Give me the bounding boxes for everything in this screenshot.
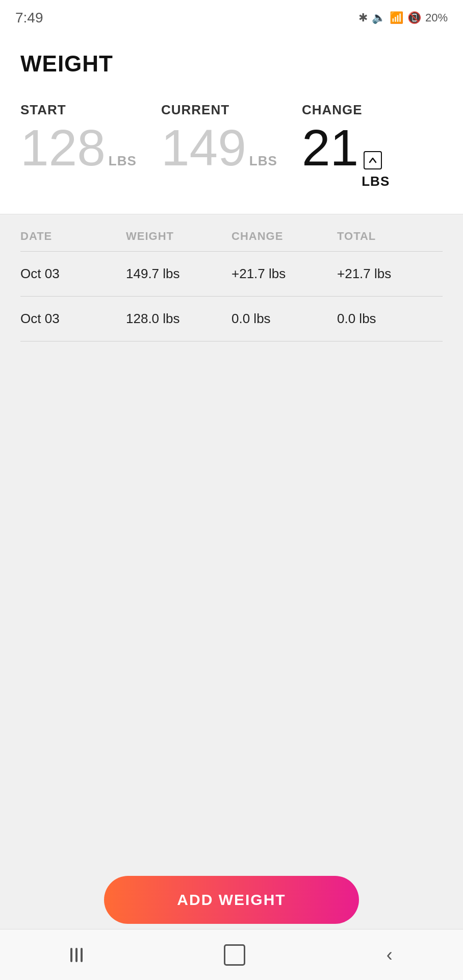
wifi-icon: 📶 xyxy=(390,11,403,24)
summary-start: START 128 LBS xyxy=(20,102,161,173)
header-date: DATE xyxy=(20,230,126,243)
current-label: CURRENT xyxy=(161,102,302,118)
row1-date: Oct 03 xyxy=(20,266,126,282)
header-change: CHANGE xyxy=(232,230,337,243)
summary-section: START 128 LBS CURRENT 149 LBS CHANGE 21 … xyxy=(0,92,463,214)
row2-date: Oct 03 xyxy=(20,311,126,327)
add-weight-button[interactable]: ADD WEIGHT xyxy=(104,876,359,924)
row1-change: +21.7 lbs xyxy=(232,266,337,282)
start-value-row: 128 LBS xyxy=(20,122,161,173)
nav-bar: ‹ xyxy=(0,929,463,980)
row1-weight: 149.7 lbs xyxy=(126,266,232,282)
start-unit: LBS xyxy=(109,153,137,169)
change-suffix: LBS xyxy=(362,151,390,189)
row2-weight: 128.0 lbs xyxy=(126,311,232,327)
table-section: DATE WEIGHT CHANGE TOTAL Oct 03 149.7 lb… xyxy=(0,214,463,980)
header: WEIGHT xyxy=(0,36,463,92)
table-row: Oct 03 128.0 lbs 0.0 lbs 0.0 lbs xyxy=(20,297,443,341)
header-weight: WEIGHT xyxy=(126,230,232,243)
signal-icon: 📵 xyxy=(407,11,421,24)
page-title: WEIGHT xyxy=(20,51,443,77)
status-icons: ✱ 🔈 📶 📵 20% xyxy=(358,11,448,24)
back-icon[interactable]: ‹ xyxy=(387,944,393,966)
row1-total: +21.7 lbs xyxy=(337,266,443,282)
header-total: TOTAL xyxy=(337,230,443,243)
summary-current: CURRENT 149 LBS xyxy=(161,102,302,173)
change-unit: LBS xyxy=(362,174,390,189)
change-value: 21 xyxy=(302,122,358,173)
bluetooth-icon: ✱ xyxy=(358,11,368,24)
add-button-container: ADD WEIGHT xyxy=(0,876,463,924)
start-label: START xyxy=(20,102,161,118)
table-header: DATE WEIGHT CHANGE TOTAL xyxy=(20,230,443,252)
change-label: CHANGE xyxy=(302,102,443,118)
current-value-row: 149 LBS xyxy=(161,122,302,173)
table-row: Oct 03 149.7 lbs +21.7 lbs +21.7 lbs xyxy=(20,252,443,297)
start-value: 128 xyxy=(20,122,106,173)
current-value: 149 xyxy=(161,122,246,173)
change-up-arrow xyxy=(364,151,382,169)
status-time: 7:49 xyxy=(15,10,43,26)
row2-total: 0.0 lbs xyxy=(337,311,443,327)
home-icon[interactable] xyxy=(224,944,245,966)
mute-icon: 🔈 xyxy=(372,11,385,24)
summary-change: CHANGE 21 LBS xyxy=(302,102,443,193)
menu-icon[interactable] xyxy=(70,948,83,962)
current-unit: LBS xyxy=(249,153,277,169)
row2-change: 0.0 lbs xyxy=(232,311,337,327)
battery-level: 20% xyxy=(425,11,448,24)
change-value-row: 21 LBS xyxy=(302,122,443,193)
status-bar: 7:49 ✱ 🔈 📶 📵 20% xyxy=(0,0,463,36)
